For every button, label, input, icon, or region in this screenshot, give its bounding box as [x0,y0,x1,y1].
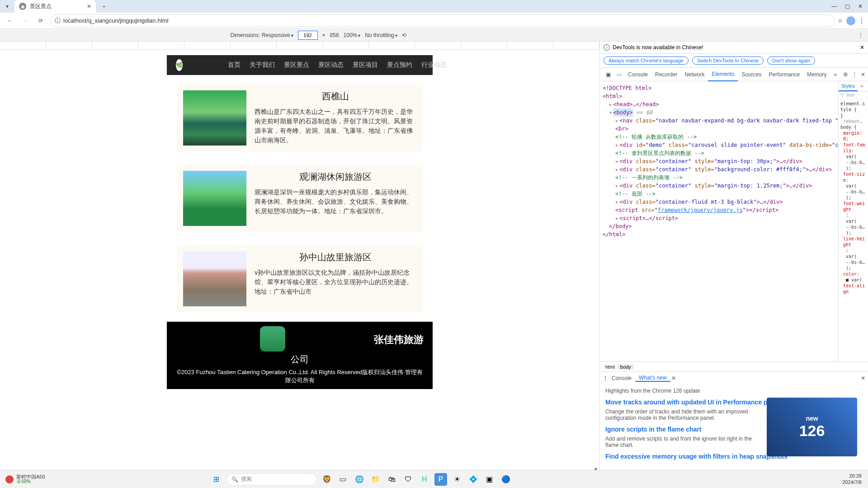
dom-nav[interactable]: <nav [619,117,632,124]
nav-item-home[interactable]: 首页 [228,61,241,69]
taskbar-app-icon[interactable]: 🦁 [321,473,333,486]
window-maximize-icon[interactable]: ▢ [845,3,850,9]
tab-close-icon[interactable]: ✕ [87,3,91,9]
site-navbar: 🌿 首页 关于我们 景区景点 景区动态 景区项目 景点预约 行业动态 [167,55,433,75]
taskbar-app-icon[interactable]: 🛡 [402,473,415,486]
nav-reload-icon[interactable]: ⟳ [34,14,47,27]
viewport-width-input[interactable] [298,31,318,40]
throttling-dropdown[interactable]: No throttling [365,32,397,38]
taskbar-app-icon[interactable]: 💠 [467,473,480,486]
window-minimize-icon[interactable]: — [831,3,837,9]
banner-switch-button[interactable]: Switch DevTools to Chinese [692,56,764,65]
browser-tab[interactable]: ◉ 景区景点 ✕ [14,0,96,13]
drawer-menu-icon[interactable]: ⋮ [603,375,608,381]
dom-body-open[interactable]: <body> [613,109,632,116]
taskbar-app-icon[interactable]: P [434,473,447,486]
dom-script[interactable]: <script [615,207,638,213]
dom-head[interactable]: <head>…</head> [613,101,659,108]
styles-filter-icon[interactable]: ▽ [840,93,844,98]
tabs-dropdown-icon[interactable]: ▾ [2,1,13,12]
styles-val: var( [846,154,857,159]
taskbar-search[interactable]: 🔍 搜索 [226,473,317,486]
dom-script[interactable]: <script>…</script> [619,215,678,221]
tab-performance[interactable]: Performance [765,68,803,81]
site-logo-icon[interactable]: 🌿 [176,59,183,71]
taskbar-app-icon[interactable]: H [418,473,431,486]
taskbar-edge-icon[interactable]: 🌐 [353,473,366,486]
crumb-body[interactable]: body [618,364,634,370]
dom-val: "container-fluid mt-3 bg-black" [656,199,757,205]
banner-always-match-button[interactable]: Always match Chrome's language [604,56,689,65]
styles-more-icon[interactable]: » [858,81,866,91]
drawer-close-icon[interactable]: ✕ [861,375,865,381]
dom-br[interactable]: <br> [615,126,628,132]
drawer-tab-close-icon[interactable]: ✕ [671,375,676,381]
taskbar-app-icon[interactable]: ▭ [337,473,349,486]
devtools-close-icon[interactable]: ✕ [861,71,865,78]
taskbar-widget[interactable]: 富时中国A50 -0.50% [0,474,45,484]
bookmark-star-icon[interactable]: ☆ [838,18,843,24]
dom-carousel[interactable]: <div [619,142,632,148]
nav-item-projects[interactable]: 景区项目 [353,61,378,69]
page-viewport: 🌿 首页 关于我们 景区景点 景区动态 景区项目 景点预约 行业动态 西樵山 西… [0,42,599,470]
styles-tab[interactable]: Styles [839,81,858,91]
dom-container[interactable]: <div [619,158,632,164]
drawer-tab-console[interactable]: Console [608,375,635,381]
taskbar-explorer-icon[interactable]: 📁 [369,473,382,486]
tab-recorder[interactable]: Recorder [651,68,681,81]
dom-tree[interactable]: <!DOCTYPE html> <html> <head>…</head> <b… [600,81,838,361]
start-button-icon[interactable]: ⊞ [210,473,223,486]
spot-title: 西樵山 [255,90,416,103]
new-tab-button[interactable]: ＋ [99,1,109,12]
crumb-html[interactable]: html [603,364,618,370]
devtools-menu-icon[interactable]: ⋮ [852,71,857,78]
tab-console[interactable]: Console [624,68,651,81]
spot-title: 观澜湖休闲旅游区 [255,171,416,183]
tab-more-icon[interactable]: » [830,68,841,81]
taskbar-chrome-icon[interactable]: 🔵 [500,473,512,486]
promo-new-label: new [799,415,825,422]
taskbar-clock[interactable]: 20:28 2024/7/8 [842,473,868,485]
styles-val: var( [846,254,857,259]
dom-container[interactable]: <div [619,166,632,173]
taskbar-store-icon[interactable]: 🛍 [386,473,398,486]
banner-close-icon[interactable]: ✕ [860,44,864,51]
nav-item-booking[interactable]: 景点预约 [387,61,412,69]
profile-avatar-icon[interactable] [846,16,855,25]
dom-container[interactable]: <div [619,183,632,189]
taskbar-app-icon[interactable]: ☀ [451,473,463,486]
dimensions-dropdown[interactable]: Dimensions: Responsive [230,32,293,38]
nav-item-news[interactable]: 景区动态 [318,61,344,69]
nav-item-spots[interactable]: 景区景点 [284,61,309,69]
nav-item-about[interactable]: 关于我们 [250,61,275,69]
device-toolbar-more-icon[interactable]: ⋮ [858,32,863,38]
nav-back-icon[interactable]: ← [4,14,16,27]
inspect-element-icon[interactable]: ▣ [603,71,613,78]
tab-sources[interactable]: Sources [738,68,765,81]
tab-elements[interactable]: Elements [708,68,738,81]
tab-network[interactable]: Network [681,68,708,81]
zoom-dropdown[interactable]: 100% [344,32,361,38]
styles-val: --bs-b… [846,189,865,194]
chrome-menu-icon[interactable]: ⋮ [859,18,864,24]
tab-memory[interactable]: Memory [803,68,830,81]
footer-brand: 张佳伟旅游 [374,333,424,347]
drawer-tab-whatsnew[interactable]: What's new [635,375,670,382]
window-close-icon[interactable]: ✕ [858,3,863,9]
url-field[interactable]: ⓘ localhost/q_xiangcun/jingqujingdian.ht… [50,14,835,27]
site-info-icon[interactable]: ⓘ [55,17,61,25]
dom-body-close[interactable]: </body> [609,223,632,230]
nav-forward-icon[interactable]: → [19,14,32,27]
styles-hov-toggle[interactable]: :hov [846,93,854,98]
dom-html-open[interactable]: <html> [603,93,622,99]
rotate-icon[interactable]: ⟲ [402,32,406,38]
dom-script-link[interactable]: framework/jquery/jquery.js [658,207,743,213]
banner-dont-show-button[interactable]: Don't show again [767,56,815,65]
taskbar-app-icon[interactable]: ▣ [483,473,496,486]
styles-body[interactable]: element.style { } _reboot… body { margin… [839,99,868,296]
device-toggle-icon[interactable]: ▭ [613,71,624,78]
nav-item-industry[interactable]: 行业动态 [421,61,447,69]
devtools-settings-icon[interactable]: ⚙ [843,71,848,78]
dom-html-close[interactable]: </html> [603,231,626,238]
dom-footer[interactable]: <div [619,199,632,205]
